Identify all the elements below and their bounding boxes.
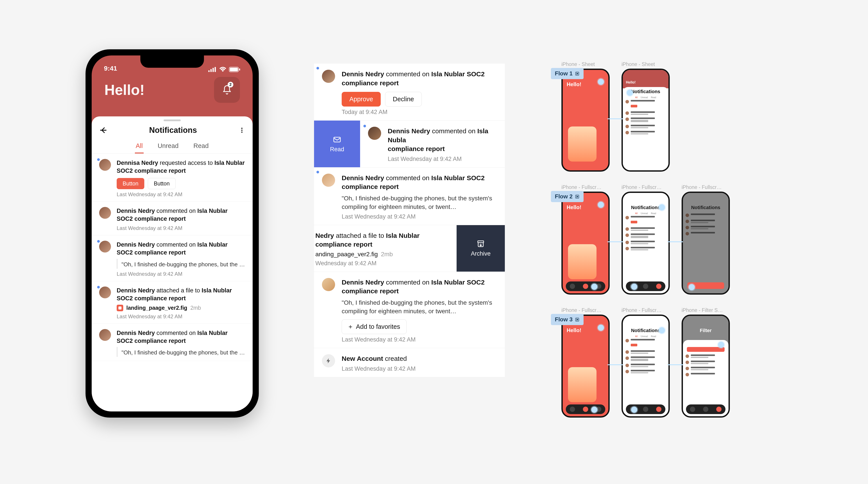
- play-icon: [575, 317, 580, 322]
- notification-text: Dennis Nedry commented on Isla Nublacomp…: [388, 127, 497, 154]
- avatar: [99, 287, 111, 298]
- back-icon[interactable]: [99, 126, 107, 134]
- flow-thumbnail[interactable]: Hello!: [561, 192, 610, 295]
- flow-connector: [608, 364, 623, 365]
- flow-tag[interactable]: Flow 3: [551, 314, 584, 325]
- flow-thumbnail[interactable]: Notifications AllUnreadRead: [621, 192, 670, 295]
- swipe-action-archive[interactable]: Archive: [457, 225, 505, 271]
- hotspot[interactable]: [598, 202, 604, 208]
- swipe-action-read[interactable]: Read: [314, 121, 360, 167]
- frame-label: iPhone - Sheet: [621, 61, 670, 67]
- list-item[interactable]: Dennis Nedry commented on Isla Nublar SO…: [92, 235, 253, 281]
- secondary-button[interactable]: Button: [148, 178, 176, 189]
- notification-card[interactable]: New Account created Last Wednesday at 9:…: [314, 348, 505, 377]
- timestamp: Wednesday at 9:42 AM: [315, 260, 449, 267]
- notification-text: Dennis Nedry commented on Isla Nublar SO…: [117, 241, 245, 257]
- hotspot[interactable]: [631, 407, 637, 413]
- tab-all[interactable]: All: [135, 139, 144, 154]
- frame-label: iPhone - Fullscr…: [621, 184, 670, 190]
- comment-quote: "Oh, I finished de-bugging the phones, b…: [342, 194, 497, 211]
- hotspot[interactable]: [591, 407, 597, 413]
- phone-frame: 9:41 Hello! 2 Notifications: [86, 49, 259, 418]
- flow-thumbnail[interactable]: Notifications AllUnreadRead: [621, 315, 670, 418]
- illustration: [568, 367, 596, 402]
- svg-rect-10: [334, 137, 340, 142]
- flow-tag[interactable]: Flow 2: [551, 191, 584, 202]
- bell-badge: 2: [228, 82, 233, 88]
- notification-text: Dennis Nedry commented on Isla Nublar SO…: [117, 207, 245, 223]
- phone-screen: 9:41 Hello! 2 Notifications: [92, 56, 253, 412]
- flow-thumbnail[interactable]: Hello!: [561, 69, 610, 172]
- attachment[interactable]: landing_paage_ver2.fig 2mb: [117, 305, 245, 311]
- sheet-grabber[interactable]: [164, 120, 181, 121]
- tab-bar: [566, 405, 605, 414]
- hotspot[interactable]: [591, 284, 597, 290]
- notification-card-swiped[interactable]: Archive Nedry attached a file to Isla Nu…: [314, 225, 505, 272]
- timestamp: Last Wednesday at 9:42 AM: [117, 271, 245, 277]
- hotspot[interactable]: [627, 90, 633, 96]
- svg-rect-5: [230, 68, 238, 71]
- hotspot[interactable]: [659, 327, 665, 333]
- svg-rect-11: [478, 241, 484, 243]
- unread-dot: [316, 66, 320, 70]
- file-icon: [117, 305, 123, 311]
- svg-rect-6: [239, 68, 240, 70]
- notch: [141, 56, 204, 68]
- flow-tag[interactable]: Flow 1: [551, 68, 584, 79]
- attachment[interactable]: anding_paage_ver2.fig 2mb: [315, 251, 449, 258]
- timestamp: Last Wednesday at 9:42 AM: [342, 336, 497, 343]
- hotspot[interactable]: [718, 342, 724, 348]
- hotspot[interactable]: [659, 204, 665, 211]
- flow-thumbnail[interactable]: Notifications: [682, 192, 730, 295]
- file-name: landing_paage_ver2.fig: [126, 305, 187, 311]
- list-item[interactable]: Dennis Nedry commented on Isla Nublar SO…: [92, 202, 253, 235]
- flow-connector: [608, 118, 623, 119]
- archive-icon: [476, 239, 485, 248]
- flow-thumbnail[interactable]: Filter: [682, 315, 730, 418]
- timestamp: Last Wednesday at 9:42 AM: [117, 314, 245, 320]
- approve-button[interactable]: Approve: [342, 92, 381, 106]
- notification-text: Dennis Nedry commented on Isla Nublar SO…: [117, 329, 245, 345]
- unread-dot: [96, 285, 100, 289]
- add-to-favorites-button[interactable]: Add to favorites: [342, 319, 407, 334]
- flow-thumbnail[interactable]: Hello! Notifications AllUnreadRead: [621, 69, 670, 172]
- more-icon[interactable]: [239, 126, 245, 134]
- signal-icon: [208, 67, 217, 72]
- unread-dot: [363, 124, 367, 128]
- hotspot[interactable]: [598, 325, 604, 331]
- timestamp: Last Wednesday at 9:42 AM: [342, 213, 497, 220]
- hotspot[interactable]: [689, 284, 695, 290]
- plus-icon: [348, 324, 353, 329]
- notification-card[interactable]: Dennis Nedry commented on Isla Nublar SO…: [314, 64, 505, 121]
- tab-unread[interactable]: Unread: [157, 139, 179, 154]
- notification-card[interactable]: Dennis Nedry commented on Isla Nublar SO…: [314, 167, 505, 225]
- unread-dot: [96, 239, 100, 243]
- avatar: [99, 159, 111, 171]
- timestamp: Last Wednesday at 9:42 AM: [117, 191, 245, 197]
- decline-button[interactable]: Decline: [385, 92, 422, 106]
- list-item[interactable]: Dennis Nedry commented on Isla Nublar SO…: [92, 324, 253, 361]
- hotspot[interactable]: [631, 284, 637, 290]
- unread-dot: [96, 158, 100, 162]
- notification-text: Dennis Nedry commented on Isla Nublar SO…: [342, 173, 497, 191]
- hotspot[interactable]: [598, 79, 604, 85]
- flow-connector: [608, 241, 623, 242]
- svg-rect-2: [213, 68, 214, 72]
- frame-label: iPhone - Filter S…: [682, 307, 730, 313]
- flow-thumbnail[interactable]: Hello!: [561, 315, 610, 418]
- flow-connector: [668, 241, 683, 242]
- timestamp: Last Wednesday at 9:42 AM: [117, 225, 245, 231]
- svg-rect-0: [208, 70, 210, 72]
- frame-label: iPhone - Fullscr…: [561, 307, 610, 313]
- flows-overview: Flow 1 iPhone - Sheet Hello! iPhone - Sh…: [561, 61, 798, 430]
- primary-button[interactable]: Button: [117, 178, 144, 189]
- notification-card-swiped[interactable]: Read Dennis Nedry commented on Isla Nubl…: [314, 121, 505, 167]
- avatar: [322, 70, 335, 83]
- notification-card[interactable]: Dennis Nedry commented on Isla Nublar SO…: [314, 272, 505, 348]
- tab-read[interactable]: Read: [192, 139, 210, 154]
- avatar: [368, 127, 381, 140]
- avatar: [322, 278, 335, 291]
- list-item[interactable]: Dennisa Nedry requested access to Isla N…: [92, 154, 253, 202]
- notifications-bell-button[interactable]: 2: [214, 77, 240, 103]
- list-item[interactable]: Dennis Nedry attached a file to Isla Nub…: [92, 281, 253, 324]
